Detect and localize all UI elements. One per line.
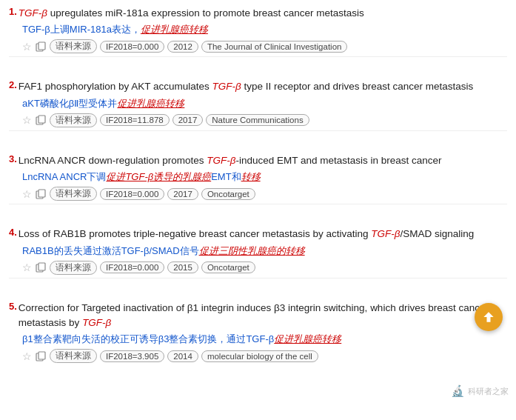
result-title-row: 3. LncRNA ANCR down-regulation promotes … bbox=[9, 153, 507, 168]
title-text: Loss of RAB1B promotes triple-negative b… bbox=[19, 228, 371, 239]
copy-icon[interactable] bbox=[35, 261, 47, 273]
journal-tag: molecular biology of the cell bbox=[201, 350, 318, 362]
subtitle-text: β1整合素靶向失活的校正可诱导β3整合素切换，通过TGF-β bbox=[22, 333, 274, 344]
result-number: 2. bbox=[9, 79, 17, 90]
journal-tag: The Journal of Clinical Investigation bbox=[201, 41, 348, 53]
subtitle-text: LncRNA ANCR下调 bbox=[22, 171, 106, 182]
journal-tag: Oncotarget bbox=[201, 261, 255, 273]
title-text: type II receptor and drives breast cance… bbox=[241, 81, 474, 92]
source-tag[interactable]: 语料来源 bbox=[50, 39, 97, 53]
result-item: 3. LncRNA ANCR down-regulation promotes … bbox=[9, 153, 507, 213]
result-subtitle: TGF-β上调MIR-181a表达，促进乳腺癌转移 bbox=[22, 23, 507, 36]
if-tag: IF2018=11.878 bbox=[100, 114, 170, 126]
source-tag[interactable]: 语料来源 bbox=[50, 349, 97, 363]
result-title-row: 5. Correction for Targeted inactivation … bbox=[9, 301, 507, 331]
result-number: 1. bbox=[9, 6, 17, 17]
subtitle-text: TGF-β上调MIR-181a表达， bbox=[22, 24, 141, 35]
meta-row: ☆ 语料来源 IF2018=3.905 2014 molecular biolo… bbox=[22, 349, 507, 363]
meta-row: ☆ 语料来源 IF2018=0.000 2015 Oncotarget bbox=[22, 261, 507, 275]
if-tag: IF2018=3.905 bbox=[100, 350, 164, 362]
meta-row: ☆ 语料来源 IF2018=11.878 2017 Nature Communi… bbox=[22, 113, 507, 127]
year-tag: 2017 bbox=[172, 114, 204, 126]
watermark-text: 科研者之家 bbox=[468, 386, 509, 397]
result-title: TGF-β upregulates miR-181a expression to… bbox=[19, 6, 364, 21]
if-tag: IF2018=0.000 bbox=[100, 41, 164, 53]
meta-row: ☆ 语料来源 IF2018=0.000 2017 Oncotarget bbox=[22, 187, 507, 201]
result-number: 5. bbox=[9, 301, 17, 312]
subtitle-text: aKT磷酸化βⅡ型受体并 bbox=[22, 98, 117, 109]
copy-icon[interactable] bbox=[35, 114, 47, 126]
subtitle-red-text: 促进三阴性乳腺癌的 bbox=[199, 245, 286, 256]
subtitle-red-text: 转移 bbox=[241, 171, 261, 182]
source-tag[interactable]: 语料来源 bbox=[50, 113, 97, 127]
italic-red-text: TGF-β bbox=[207, 155, 235, 166]
title-text: upregulates miR-181a expression to promo… bbox=[47, 7, 364, 19]
svg-rect-5 bbox=[38, 190, 45, 197]
italic-red-text: TGF-β bbox=[212, 81, 241, 92]
svg-rect-9 bbox=[38, 352, 45, 359]
result-item: 2. FAF1 phosphorylation by AKT accumulat… bbox=[9, 79, 507, 139]
result-item: 5. Correction for Targeted inactivation … bbox=[9, 301, 507, 367]
star-icon[interactable]: ☆ bbox=[22, 114, 32, 126]
results-list: 1. TGF-β upregulates miR-181a expression… bbox=[9, 6, 507, 366]
subtitle-red-text: 促进乳腺癌转移 bbox=[141, 24, 208, 35]
italic-red-text: TGF-β bbox=[19, 7, 47, 19]
result-number: 3. bbox=[9, 153, 17, 164]
italic-red-text: TGF-β bbox=[371, 228, 400, 239]
subtitle-red-text: 乳腺癌 bbox=[182, 171, 211, 182]
result-title-row: 1. TGF-β upregulates miR-181a expression… bbox=[9, 6, 507, 21]
result-item: 4. Loss of RAB1B promotes triple-negativ… bbox=[9, 227, 507, 287]
year-tag: 2017 bbox=[167, 188, 198, 200]
result-number: 4. bbox=[9, 227, 17, 238]
year-tag: 2012 bbox=[167, 41, 198, 53]
title-text: LncRNA ANCR down-regulation promotes bbox=[19, 155, 207, 166]
result-title: FAF1 phosphorylation by AKT accumulates … bbox=[19, 79, 474, 94]
subtitle-red-text: 转移 bbox=[286, 245, 305, 256]
subtitle-red-text: 促进乳腺癌转移 bbox=[117, 98, 184, 109]
watermark: 🔬 科研者之家 bbox=[451, 384, 509, 398]
svg-rect-1 bbox=[38, 42, 45, 50]
journal-tag: Nature Communications bbox=[206, 114, 309, 126]
year-tag: 2014 bbox=[167, 350, 198, 362]
subtitle-text: EMT和 bbox=[211, 171, 241, 182]
svg-rect-7 bbox=[38, 263, 45, 270]
result-subtitle: β1整合素靶向失活的校正可诱导β3整合素切换，通过TGF-β促进乳腺癌转移 bbox=[22, 333, 507, 346]
journal-tag: Oncotarget bbox=[201, 188, 255, 200]
watermark-icon: 🔬 bbox=[451, 384, 465, 398]
if-tag: IF2018=0.000 bbox=[100, 261, 164, 273]
year-tag: 2015 bbox=[167, 261, 198, 273]
star-icon[interactable]: ☆ bbox=[22, 261, 32, 273]
result-subtitle: aKT磷酸化βⅡ型受体并促进乳腺癌转移 bbox=[22, 97, 507, 110]
result-title: LncRNA ANCR down-regulation promotes TGF… bbox=[19, 153, 442, 168]
title-text: /SMAD signaling bbox=[401, 228, 475, 239]
italic-red-text: TGF-β bbox=[82, 317, 111, 328]
result-title-row: 4. Loss of RAB1B promotes triple-negativ… bbox=[9, 227, 507, 241]
subtitle-red-text: 促进乳腺癌转移 bbox=[274, 333, 341, 344]
source-tag[interactable]: 语料来源 bbox=[50, 187, 97, 201]
result-subtitle: LncRNA ANCR下调促进TGF-β诱导的乳腺癌EMT和转移 bbox=[22, 170, 507, 184]
copy-icon[interactable] bbox=[35, 188, 47, 200]
title-text: -induced EMT and metastasis in breast ca… bbox=[235, 155, 441, 166]
svg-rect-3 bbox=[38, 116, 45, 123]
subtitle-red-text: 促进TGF-β诱导的 bbox=[106, 171, 182, 182]
star-icon[interactable]: ☆ bbox=[22, 41, 32, 53]
star-icon[interactable]: ☆ bbox=[22, 188, 32, 200]
result-item: 1. TGF-β upregulates miR-181a expression… bbox=[9, 6, 507, 66]
copy-icon[interactable] bbox=[35, 350, 47, 362]
result-title: Correction for Targeted inactivation of … bbox=[19, 301, 507, 331]
title-text: FAF1 phosphorylation by AKT accumulates bbox=[19, 81, 212, 92]
result-title: Loss of RAB1B promotes triple-negative b… bbox=[19, 227, 474, 241]
result-title-row: 2. FAF1 phosphorylation by AKT accumulat… bbox=[9, 79, 507, 94]
scroll-top-button[interactable] bbox=[475, 303, 503, 331]
star-icon[interactable]: ☆ bbox=[22, 350, 32, 362]
meta-row: ☆ 语料来源 IF2018=0.000 2012 The Journal of … bbox=[22, 39, 507, 53]
if-tag: IF2018=0.000 bbox=[100, 188, 164, 200]
result-subtitle: RAB1B的丢失通过激活TGF-β/SMAD信号促进三阴性乳腺癌的转移 bbox=[22, 244, 507, 258]
subtitle-text: RAB1B的丢失通过激活TGF-β/SMAD信号 bbox=[22, 245, 199, 256]
copy-icon[interactable] bbox=[35, 41, 47, 53]
source-tag[interactable]: 语料来源 bbox=[50, 261, 97, 275]
